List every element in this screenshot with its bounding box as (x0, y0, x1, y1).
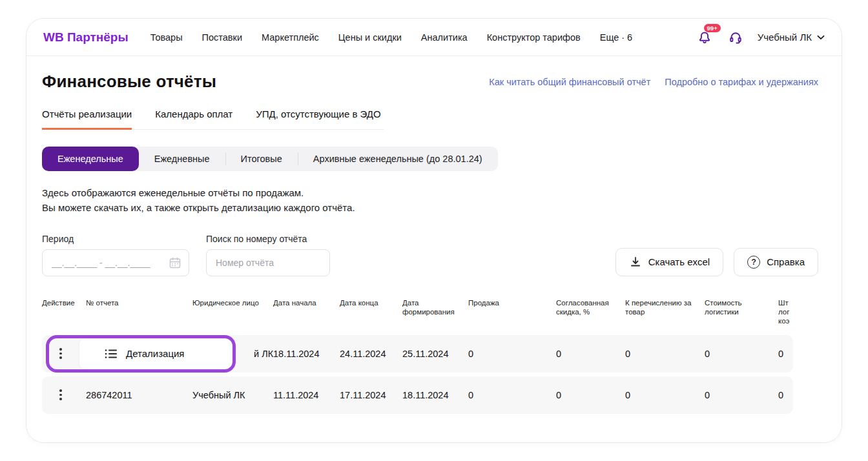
help-links: Как читать общий финансовый отчёт Подроб… (489, 77, 818, 87)
cell-discount: 0 (556, 349, 625, 359)
financial-reports-page: Финансовые отчёты Как читать общий финан… (26, 56, 842, 443)
nav-item-more[interactable]: Еще · 6 (600, 32, 632, 43)
cell-sale: 0 (468, 349, 556, 359)
help-button[interactable]: ? Справка (734, 248, 818, 276)
report-number-input[interactable] (206, 249, 330, 276)
column-header-formed-date: Дата формирования (402, 298, 468, 317)
report-search-field: Поиск по номеру отчёта (206, 234, 330, 276)
question-icon: ? (747, 256, 760, 269)
cell-start-date: 18.11.2024 (273, 349, 340, 359)
segment-final[interactable]: Итоговые (225, 147, 298, 171)
table-header-row: Действие № отчета Юридическое лицо Дата … (42, 298, 793, 331)
nav-item-marketplace[interactable]: Маркетплейс (262, 32, 319, 43)
report-type-segments: Еженедельные Ежедневные Итоговые Архивны… (42, 147, 498, 171)
cell-report-number: 286742011 (86, 390, 192, 400)
cell-transfer: 0 (625, 349, 705, 359)
list-icon (104, 347, 118, 360)
tab-upd-edo[interactable]: УПД, отсутствующие в ЭДО (256, 108, 380, 130)
notification-badge: 99+ (704, 24, 721, 33)
wb-logo[interactable]: WB Партнёры (43, 30, 129, 45)
column-header-clipped: Шт лог коэ (778, 298, 793, 326)
report-tabs: Отчёты реализации Календарь оплат УПД, о… (42, 108, 384, 130)
nav-item-supplies[interactable]: Поставки (202, 32, 242, 43)
segment-archive-weekly[interactable]: Архивные еженедельные (до 28.01.24) (298, 147, 498, 171)
column-header-report-number: № отчета (86, 298, 192, 307)
search-label: Поиск по номеру отчёта (206, 234, 330, 244)
tab-sales-reports[interactable]: Отчёты реализации (42, 108, 132, 130)
detail-button-label: Детализация (126, 348, 185, 359)
cell-formed-date: 25.11.2024 (402, 349, 468, 359)
cell-start-date: 11.11.2024 (273, 390, 340, 400)
link-tariffs-details[interactable]: Подробно о тарифах и удержаниях (665, 77, 818, 87)
tab-payment-calendar[interactable]: Календарь оплат (155, 108, 232, 130)
app-window: WB Партнёры Товары Поставки Маркетплейс … (26, 18, 842, 443)
section-description: Здесь отображаются еженедельные отчёты п… (42, 185, 818, 216)
cell-transfer: 0 (625, 390, 705, 400)
filters-row: Период Поиск по номеру отчёта (42, 234, 818, 276)
description-line-2: Вы можете скачать их, а также открыть де… (42, 200, 818, 215)
segment-daily[interactable]: Ежедневные (139, 147, 225, 171)
column-header-action: Действие (42, 298, 86, 307)
cell-logistics: 0 (705, 349, 778, 359)
chevron-down-icon (817, 35, 825, 40)
period-field: Период (42, 234, 189, 276)
help-button-label: Справка (767, 256, 805, 267)
account-name: Учебный ЛК (758, 32, 812, 43)
row-actions-kebab-icon[interactable] (56, 344, 66, 363)
top-navbar: WB Партнёры Товары Поставки Маркетплейс … (26, 19, 842, 56)
column-header-discount: Согласованная скидка, % (556, 298, 625, 317)
segment-weekly[interactable]: Еженедельные (42, 147, 139, 171)
detail-menu-item[interactable]: Детализация (79, 339, 233, 369)
column-header-sale: Продажа (468, 298, 556, 307)
navbar-right: 99+ Учебный ЛК (696, 28, 825, 46)
table-row[interactable]: й ЛК 18.11.2024 24.11.2024 25.11.2024 0 … (42, 335, 793, 373)
column-header-legal-entity: Юридическое лицо (192, 298, 273, 307)
cell-discount: 0 (556, 390, 625, 400)
cell-end-date: 24.11.2024 (340, 349, 402, 359)
cell-formed-date: 18.11.2024 (402, 390, 468, 400)
column-header-logistics-cost: Стоимость логистики (705, 298, 778, 317)
download-icon (629, 256, 642, 269)
download-excel-label: Скачать excel (648, 256, 710, 267)
main-menu: Товары Поставки Маркетплейс Цены и скидк… (150, 32, 632, 43)
link-how-to-read-report[interactable]: Как читать общий финансовый отчёт (489, 77, 650, 87)
table-actions: Скачать excel ? Справка (615, 248, 818, 276)
cell-logistics: 0 (705, 390, 778, 400)
nav-item-tariff-builder[interactable]: Конструктор тарифов (487, 32, 581, 43)
column-header-transfer: К перечислению за товар (625, 298, 705, 317)
reports-table: Действие № отчета Юридическое лицо Дата … (42, 298, 793, 414)
cell-legal-entity: Учебный ЛК (192, 390, 273, 400)
download-excel-button[interactable]: Скачать excel (615, 248, 723, 276)
calendar-icon[interactable] (169, 256, 181, 269)
page-title: Финансовые отчёты (42, 72, 216, 92)
account-switcher[interactable]: Учебный ЛК (758, 32, 825, 43)
support-button[interactable] (727, 28, 745, 46)
cell-end-date: 17.11.2024 (340, 390, 402, 400)
nav-item-analytics[interactable]: Аналитика (421, 32, 468, 43)
description-line-1: Здесь отображаются еженедельные отчёты п… (42, 185, 818, 200)
nav-item-goods[interactable]: Товары (150, 32, 183, 43)
nav-item-prices[interactable]: Цены и скидки (338, 32, 402, 43)
period-input[interactable] (42, 249, 189, 276)
table-row[interactable]: 286742011 Учебный ЛК 11.11.2024 17.11.20… (42, 376, 793, 414)
column-header-start-date: Дата начала (273, 298, 340, 307)
row-actions-kebab-icon[interactable] (56, 385, 66, 404)
period-label: Период (42, 234, 189, 244)
cell-sale: 0 (468, 390, 556, 400)
notifications-button[interactable]: 99+ (696, 28, 714, 46)
cell-extra: 0 (778, 390, 793, 400)
headset-icon (728, 30, 743, 45)
cell-extra: 0 (778, 349, 793, 359)
column-header-end-date: Дата конца (340, 298, 402, 307)
